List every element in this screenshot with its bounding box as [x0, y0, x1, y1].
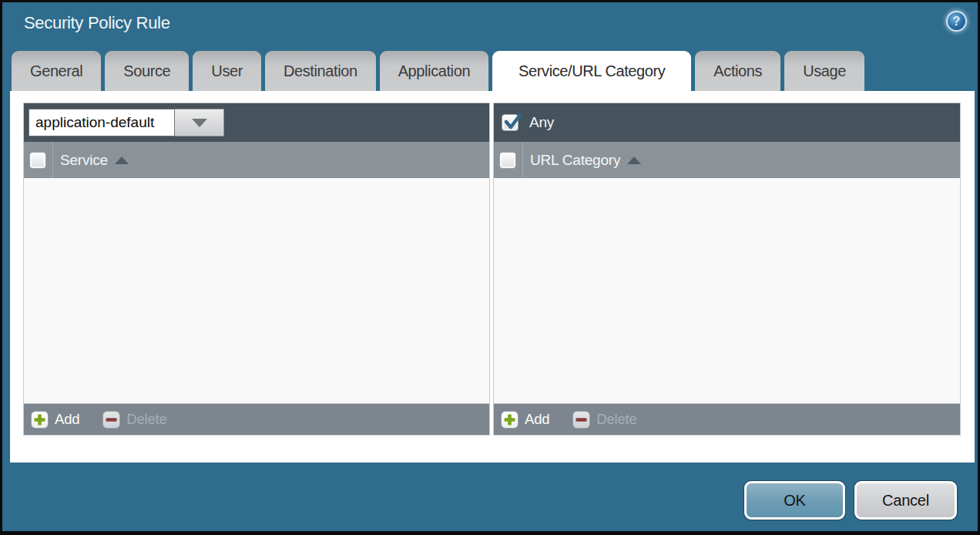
service-type-input[interactable]	[29, 109, 175, 136]
delete-button-label: Delete	[126, 411, 166, 428]
tab-usage[interactable]: Usage	[784, 51, 864, 91]
service-list[interactable]	[24, 178, 489, 403]
tab-content-area: Service Add	[10, 91, 975, 463]
tab-bar: General Source User Destination Applicat…	[12, 51, 864, 91]
service-delete-button[interactable]: Delete	[102, 411, 166, 429]
service-type-dropdown	[29, 109, 224, 136]
tab-destination[interactable]: Destination	[265, 51, 376, 91]
delete-button-label: Delete	[596, 411, 636, 428]
service-footer: Add Delete	[24, 403, 489, 435]
tab-general[interactable]: General	[12, 51, 101, 91]
url-category-footer: Add Delete	[494, 403, 960, 435]
url-category-delete-button[interactable]: Delete	[572, 411, 636, 429]
any-checkbox[interactable]	[502, 114, 519, 131]
service-column-label: Service	[60, 152, 108, 169]
cancel-button[interactable]: Cancel	[854, 481, 957, 520]
tab-application[interactable]: Application	[380, 51, 488, 91]
url-category-column-header[interactable]: URL Category	[494, 142, 960, 178]
minus-icon	[572, 411, 590, 429]
plus-icon	[501, 411, 519, 429]
url-category-panel: Any URL Category	[493, 103, 961, 436]
dialog-frame: Security Policy Rule ? General Source Us…	[2, 2, 978, 531]
sort-ascending-icon	[115, 156, 129, 164]
column-separator	[52, 142, 53, 178]
checkmark-icon	[503, 112, 523, 135]
any-checkbox-label: Any	[529, 114, 554, 131]
tab-service-url-category[interactable]: Service/URL Category	[492, 51, 691, 91]
dialog-title: Security Policy Rule	[24, 13, 170, 33]
service-column-header[interactable]: Service	[24, 142, 489, 178]
url-category-list[interactable]	[494, 178, 960, 403]
add-button-label: Add	[55, 411, 79, 428]
question-mark-icon: ?	[953, 15, 961, 29]
service-panel: Service Add	[23, 103, 490, 436]
security-policy-rule-dialog: Security Policy Rule ? General Source Us…	[0, 0, 980, 535]
ok-button[interactable]: OK	[744, 481, 845, 520]
url-category-select-all-checkbox[interactable]	[499, 152, 516, 169]
add-button-label: Add	[525, 411, 549, 428]
sort-ascending-icon	[627, 156, 641, 164]
chevron-down-icon	[192, 119, 207, 127]
tab-source[interactable]: Source	[105, 51, 189, 91]
url-category-toolbar: Any	[494, 103, 960, 142]
service-toolbar	[24, 103, 489, 142]
help-button[interactable]: ?	[946, 11, 967, 32]
url-category-add-button[interactable]: Add	[501, 411, 549, 429]
minus-icon	[102, 411, 120, 429]
service-type-dropdown-trigger[interactable]	[175, 109, 224, 136]
tab-actions[interactable]: Actions	[695, 51, 780, 91]
tab-user[interactable]: User	[193, 51, 261, 91]
service-add-button[interactable]: Add	[31, 411, 79, 429]
url-category-column-label: URL Category	[530, 152, 620, 169]
plus-icon	[31, 411, 49, 429]
column-separator	[522, 142, 523, 178]
service-select-all-checkbox[interactable]	[29, 152, 46, 169]
